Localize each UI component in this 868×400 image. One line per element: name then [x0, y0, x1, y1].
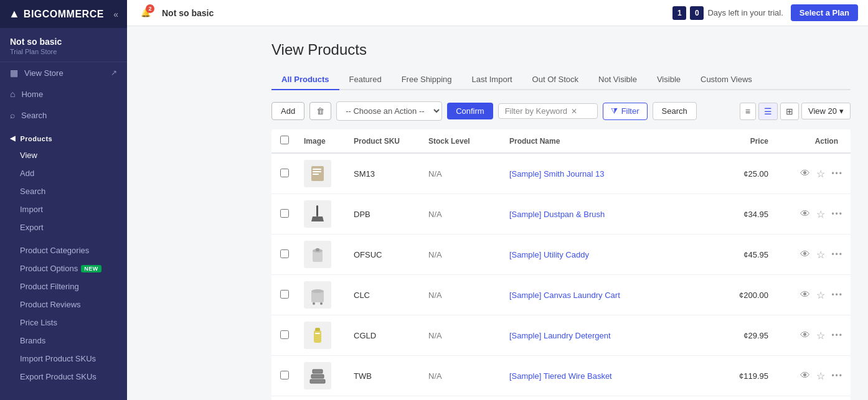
list-compact-view-button[interactable]: ≡ — [740, 103, 756, 120]
more-options-icon[interactable]: ••• — [831, 331, 843, 340]
sidebar-item-import-product-skus[interactable]: Import Product SKUs — [0, 350, 127, 368]
products-section-title[interactable]: ◀ Products — [0, 126, 127, 146]
row-name-cell[interactable]: [Sample] Utility Caddy — [502, 235, 701, 275]
row-checkbox[interactable] — [280, 330, 289, 339]
sidebar-item-product-categories[interactable]: Product Categories — [0, 241, 127, 259]
sidebar-sub-export[interactable]: Export — [0, 218, 127, 236]
sidebar-item-export-product-skus[interactable]: Export Product SKUs — [0, 368, 127, 386]
notifications-button[interactable]: 🔔 2 — [137, 4, 154, 22]
product-tabs: All Products Featured Free Shipping Last… — [271, 70, 851, 90]
row-stock-cell: N/A — [421, 194, 502, 235]
product-link[interactable]: [Sample] Tiered Wire Basket — [509, 371, 612, 381]
row-sku-cell: OCG — [346, 396, 421, 401]
row-checkbox-cell[interactable] — [271, 194, 296, 235]
row-checkbox-cell[interactable] — [271, 153, 296, 194]
filter-keyword-text: Filter by Keyword — [505, 106, 567, 116]
row-sku-cell: TWB — [346, 356, 421, 396]
sidebar-sub-import[interactable]: Import — [0, 200, 127, 218]
tab-out-of-stock[interactable]: Out Of Stock — [522, 70, 588, 90]
star-icon[interactable]: ☆ — [816, 168, 825, 180]
star-icon[interactable]: ☆ — [816, 249, 825, 261]
eye-icon[interactable]: 👁 — [800, 370, 810, 381]
eye-icon[interactable]: 👁 — [800, 168, 810, 179]
tab-featured[interactable]: Featured — [339, 70, 392, 90]
product-link[interactable]: [Sample] Dustpan & Brush — [509, 210, 605, 219]
row-checkbox-cell[interactable] — [271, 396, 296, 401]
sidebar-item-product-filtering[interactable]: Product Filtering — [0, 277, 127, 295]
star-icon[interactable]: ☆ — [816, 330, 825, 342]
row-checkbox-cell[interactable] — [271, 275, 296, 315]
row-name-cell[interactable]: [Sample] Dustpan & Brush — [502, 194, 701, 235]
star-icon[interactable]: ☆ — [816, 289, 825, 301]
clear-keyword-button[interactable]: ✕ — [571, 107, 577, 116]
header-checkbox[interactable] — [271, 129, 296, 153]
row-checkbox[interactable] — [280, 209, 289, 218]
svg-rect-3 — [313, 174, 319, 175]
row-name-cell[interactable]: [Sample] Tiered Wire Basket — [502, 356, 701, 396]
sidebar-sub-search[interactable]: Search — [0, 182, 127, 200]
select-all-checkbox[interactable] — [280, 136, 289, 144]
header-name: Product Name — [502, 129, 701, 153]
row-price-cell: ¢45.95 — [701, 235, 776, 275]
delete-button[interactable]: 🗑 — [309, 102, 331, 120]
row-action-cell: 👁 ☆ ••• — [776, 275, 851, 315]
product-link[interactable]: [Sample] Canvas Laundry Cart — [509, 291, 620, 300]
row-checkbox[interactable] — [280, 371, 289, 379]
more-options-icon[interactable]: ••• — [831, 169, 843, 178]
collapse-sidebar-button[interactable]: « — [113, 9, 118, 19]
eye-icon[interactable]: 👁 — [800, 249, 810, 260]
sidebar-sub-view[interactable]: View — [0, 146, 127, 164]
row-checkbox[interactable] — [280, 169, 289, 177]
sidebar-item-product-reviews[interactable]: Product Reviews — [0, 295, 127, 314]
tab-free-shipping[interactable]: Free Shipping — [392, 70, 462, 90]
eye-icon[interactable]: 👁 — [800, 208, 810, 220]
more-options-icon[interactable]: ••• — [831, 291, 843, 299]
star-icon[interactable]: ☆ — [816, 370, 825, 382]
tab-custom-views[interactable]: Custom Views — [691, 70, 762, 90]
eye-icon[interactable]: 👁 — [800, 330, 810, 341]
tab-visible[interactable]: Visible — [647, 70, 691, 90]
main-content: View Products All Products Featured Free… — [254, 26, 868, 400]
view-controls: ≡ ☰ ⊞ View 20 ▾ — [740, 103, 851, 120]
sidebar-item-price-lists[interactable]: Price Lists — [0, 314, 127, 332]
row-name-cell[interactable]: [Sample] Canvas Laundry Cart — [502, 275, 701, 315]
tab-all-products[interactable]: All Products — [271, 70, 339, 90]
search-button[interactable]: Search — [653, 102, 697, 120]
sidebar-item-view-store[interactable]: ▦ View Store ↗ — [0, 62, 127, 83]
sidebar-item-home[interactable]: ⌂ Home — [0, 83, 127, 105]
row-checkbox-cell[interactable] — [271, 356, 296, 396]
row-name-cell[interactable]: [Sample] Oak Cheese Grater — [502, 396, 701, 401]
row-name-cell[interactable]: [Sample] Smith Journal 13 — [502, 153, 701, 194]
tab-not-visible[interactable]: Not Visible — [588, 70, 647, 90]
row-checkbox-cell[interactable] — [271, 315, 296, 356]
star-icon[interactable]: ☆ — [816, 208, 825, 220]
product-link[interactable]: [Sample] Laundry Detergent — [509, 331, 611, 340]
list-normal-view-button[interactable]: ☰ — [758, 103, 778, 120]
row-checkbox-cell[interactable] — [271, 235, 296, 275]
more-options-icon[interactable]: ••• — [831, 371, 843, 380]
eye-icon[interactable]: 👁 — [800, 289, 810, 300]
confirm-button[interactable]: Confirm — [447, 103, 493, 119]
row-checkbox[interactable] — [280, 290, 289, 299]
add-product-button[interactable]: Add — [271, 102, 304, 120]
sidebar-sub-add[interactable]: Add — [0, 164, 127, 182]
product-thumbnail — [304, 281, 331, 309]
sidebar-item-product-options[interactable]: Product Options NEW — [0, 259, 127, 277]
svg-rect-1 — [313, 169, 321, 170]
view-count-button[interactable]: View 20 ▾ — [801, 103, 851, 119]
row-checkbox[interactable] — [280, 249, 289, 258]
keyword-filter-input[interactable]: Filter by Keyword ✕ — [498, 103, 598, 119]
more-options-icon[interactable]: ••• — [831, 210, 843, 218]
product-link[interactable]: [Sample] Utility Caddy — [509, 250, 589, 259]
product-link[interactable]: [Sample] Smith Journal 13 — [509, 169, 604, 179]
tab-last-import[interactable]: Last Import — [462, 70, 522, 90]
sidebar-item-brands[interactable]: Brands — [0, 332, 127, 350]
sidebar-item-search[interactable]: ⌕ Search — [0, 105, 127, 126]
action-dropdown[interactable]: -- Choose an Action -- — [336, 101, 442, 121]
select-plan-button[interactable]: Select a Plan — [791, 4, 858, 21]
filter-button[interactable]: ⧩ Filter — [603, 103, 648, 120]
trial-day-1: 1 — [672, 6, 686, 20]
more-options-icon[interactable]: ••• — [831, 250, 843, 259]
row-name-cell[interactable]: [Sample] Laundry Detergent — [502, 315, 701, 356]
grid-view-button[interactable]: ⊞ — [780, 103, 799, 120]
